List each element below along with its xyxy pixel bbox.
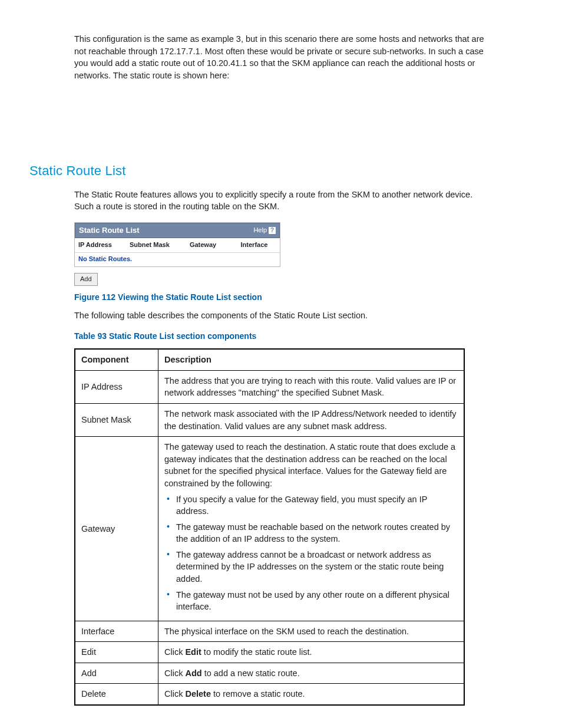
table-row: Edit Click Edit to modify the static rou… <box>75 642 464 663</box>
table-row: Interface The physical interface on the … <box>75 621 464 642</box>
cell-description: Click Delete to remove a static route. <box>158 684 465 705</box>
col-gateway: Gateway <box>177 238 229 252</box>
table-row: Delete Click Delete to remove a static r… <box>75 684 464 705</box>
cell-component: Interface <box>75 621 158 642</box>
components-table: Component Description IP Address The add… <box>74 348 465 706</box>
no-routes-msg: No Static Routes. <box>75 253 280 267</box>
table-row: Gateway The gateway used to reach the de… <box>75 437 464 621</box>
following-paragraph: The following table describes the compon… <box>74 309 488 322</box>
bold-delete: Delete <box>185 689 211 699</box>
txt: Click <box>164 647 185 657</box>
help-icon: ? <box>269 227 276 234</box>
col-interface: Interface <box>229 238 280 252</box>
cell-description: The network mask associated with the IP … <box>158 404 465 437</box>
th-description: Description <box>158 349 465 370</box>
help-label: Help <box>253 226 267 235</box>
screenshot-title: Static Route List <box>79 225 140 236</box>
table-row: Add Click Add to add a new static route. <box>75 663 464 684</box>
gw-bullet: The gateway address cannot be a broadcas… <box>164 549 458 585</box>
cell-description: The physical interface on the SKM used t… <box>158 621 465 642</box>
txt: Click <box>164 668 185 678</box>
help-link[interactable]: Help ? <box>253 226 276 235</box>
cell-component: IP Address <box>75 370 158 403</box>
screenshot-header-row: IP Address Subnet Mask Gateway Interface <box>75 238 280 252</box>
txt: to modify the static route list. <box>201 647 312 657</box>
cell-component: Subnet Mask <box>75 404 158 437</box>
gw-bullet: The gateway must be reachable based on t… <box>164 521 458 545</box>
cell-description: The gateway used to reach the destinatio… <box>158 437 465 621</box>
cell-description: Click Edit to modify the static route li… <box>158 642 465 663</box>
add-button[interactable]: Add <box>74 273 98 286</box>
figure-caption: Figure 112 Viewing the Static Route List… <box>74 292 488 304</box>
cell-component: Add <box>75 663 158 684</box>
txt: to add a new static route. <box>202 668 300 678</box>
table-caption: Table 93 Static Route List section compo… <box>74 331 488 342</box>
intro-paragraph: This configuration is the same as exampl… <box>74 33 488 81</box>
cell-component: Edit <box>75 642 158 663</box>
table-row: IP Address The address that you are tryi… <box>75 370 464 403</box>
section-paragraph: The Static Route features allows you to … <box>74 189 488 213</box>
cell-description: Click Add to add a new static route. <box>158 663 465 684</box>
cell-component: Delete <box>75 684 158 705</box>
gw-bullet: If you specify a value for the Gateway f… <box>164 493 458 518</box>
col-ip: IP Address <box>75 238 126 252</box>
gw-bullet: The gateway must not be used by any othe… <box>164 589 458 613</box>
txt: to remove a static route. <box>211 689 305 699</box>
gw-intro: The gateway used to reach the destinatio… <box>164 442 455 488</box>
txt: Click <box>164 689 185 699</box>
screenshot-static-route-list: Static Route List Help ? IP Address Subn… <box>74 222 488 286</box>
bold-add: Add <box>185 668 201 678</box>
th-component: Component <box>75 349 158 370</box>
table-row: Subnet Mask The network mask associated … <box>75 404 464 437</box>
bold-edit: Edit <box>185 647 201 657</box>
col-mask: Subnet Mask <box>126 238 177 252</box>
cell-component: Gateway <box>75 437 158 621</box>
cell-description: The address that you are trying to reach… <box>158 370 465 403</box>
section-heading: Static Route List <box>29 162 488 180</box>
table-header-row: Component Description <box>75 349 464 370</box>
